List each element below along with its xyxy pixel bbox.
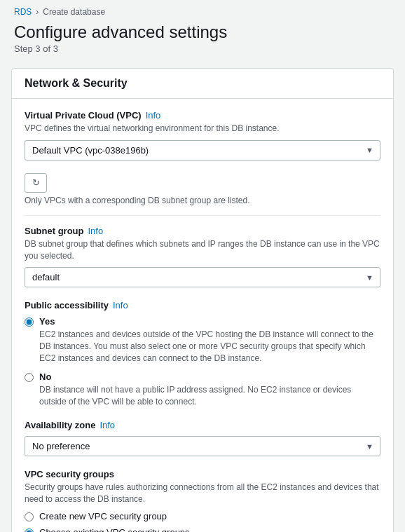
radio-yes-label: Yes: [39, 316, 380, 327]
breadcrumb-parent-link[interactable]: RDS: [14, 7, 32, 17]
section-header: Network & Security: [12, 69, 393, 99]
vpc-select-wrapper: Default VPC (vpc-038e196b) ▼: [25, 140, 380, 161]
availability-zone-group: Availability zone Info No preference ▼: [25, 420, 380, 456]
vpc-security-groups-group: VPC security groups Security groups have…: [25, 469, 380, 532]
subnet-label: Subnet group: [25, 226, 84, 236]
vpc-security-groups-description: Security groups have rules authorizing c…: [25, 482, 380, 505]
choose-existing-sg-label: Choose existing VPC security groups: [39, 527, 190, 532]
availability-zone-info-link[interactable]: Info: [99, 420, 115, 430]
public-accessibility-options: Yes EC2 instances and devices outside of…: [25, 316, 380, 407]
public-accessibility-label: Public accessibility: [25, 300, 109, 311]
choose-existing-sg-option: Choose existing VPC security groups: [25, 527, 380, 532]
radio-no-description: DB instance will not have a public IP ad…: [39, 384, 380, 408]
availability-zone-select-wrapper: No preference ▼: [25, 436, 380, 456]
create-new-sg-label: Create new VPC security group: [39, 511, 167, 521]
radio-no-label: No: [39, 371, 380, 382]
radio-option-no: No DB instance will not have a public IP…: [25, 371, 380, 408]
breadcrumb-separator: ›: [36, 7, 39, 17]
create-new-sg-radio[interactable]: [25, 512, 34, 521]
radio-yes-input[interactable]: [25, 318, 34, 327]
vpc-security-groups-label: VPC security groups: [25, 469, 114, 479]
availability-zone-label: Availability zone: [25, 420, 95, 430]
network-security-section: Network & Security Virtual Private Cloud…: [11, 68, 394, 532]
step-indicator: Step 3 of 3: [14, 43, 391, 54]
refresh-area: ↻ Only VPCs with a corresponding DB subn…: [25, 173, 380, 205]
page-header: Configure advanced settings Step 3 of 3: [0, 20, 405, 68]
page-title: Configure advanced settings: [14, 22, 391, 42]
choose-existing-sg-radio[interactable]: [25, 528, 34, 532]
breadcrumb-current: Create database: [43, 7, 105, 17]
public-accessibility-info-link[interactable]: Info: [113, 300, 128, 311]
vpc-description: VPC defines the virtual networking envir…: [25, 123, 380, 135]
radio-yes-description: EC2 instances and devices outside of the…: [39, 329, 380, 364]
subnet-select-wrapper: default ▼: [25, 267, 380, 287]
vpc-refresh-note: Only VPCs with a corresponding DB subnet…: [25, 196, 380, 205]
radio-no-content: No DB instance will not have a public IP…: [39, 371, 380, 408]
section-body: Virtual Private Cloud (VPC) Info VPC def…: [12, 99, 393, 532]
radio-option-yes: Yes EC2 instances and devices outside of…: [25, 316, 380, 364]
vpc-label: Virtual Private Cloud (VPC): [25, 110, 142, 121]
subnet-description: DB subnet group that defines which subne…: [25, 238, 380, 262]
vpc-select[interactable]: Default VPC (vpc-038e196b): [25, 140, 380, 161]
availability-zone-select[interactable]: No preference: [25, 436, 380, 456]
refresh-icon: ↻: [32, 177, 40, 188]
refresh-button[interactable]: ↻: [25, 173, 47, 193]
vpc-field-group: Virtual Private Cloud (VPC) Info VPC def…: [25, 110, 380, 161]
radio-no-input[interactable]: [25, 373, 34, 382]
radio-yes-content: Yes EC2 instances and devices outside of…: [39, 316, 380, 364]
security-group-type-options: Create new VPC security group Choose exi…: [25, 511, 380, 532]
subnet-select[interactable]: default: [25, 267, 380, 287]
public-accessibility-group: Public accessibility Info Yes EC2 instan…: [25, 300, 380, 407]
create-new-sg-option: Create new VPC security group: [25, 511, 380, 521]
subnet-info-link[interactable]: Info: [88, 226, 104, 236]
vpc-info-link[interactable]: Info: [146, 110, 161, 121]
subnet-field-group: Subnet group Info DB subnet group that d…: [25, 226, 380, 288]
breadcrumb: RDS › Create database: [0, 0, 405, 20]
section-title: Network & Security: [25, 77, 128, 89]
